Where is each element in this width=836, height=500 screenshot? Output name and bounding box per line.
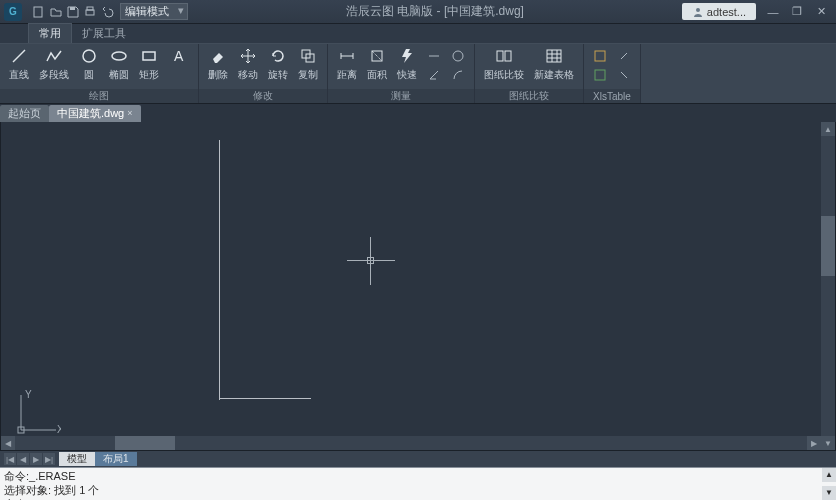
tool-area[interactable]: 面积 bbox=[362, 46, 392, 82]
nav-last-icon[interactable]: ▶| bbox=[43, 453, 55, 465]
dim-radius-icon[interactable] bbox=[449, 47, 467, 65]
dim-angular-icon[interactable] bbox=[425, 66, 443, 84]
rect-icon bbox=[139, 46, 159, 66]
horizontal-scrollbar[interactable]: ◀ ▶ bbox=[1, 436, 821, 450]
ribbon-group-draw: 直线 多段线 圆 椭圆 矩形 A 绘图 bbox=[0, 44, 199, 103]
tool-label: 椭圆 bbox=[109, 68, 129, 82]
xls-unlink-icon[interactable] bbox=[615, 66, 633, 84]
dim-linear-icon[interactable] bbox=[425, 47, 443, 65]
command-line[interactable]: 命令:_.ERASE 选择对象: 找到 1 个 命令: ▲ ▼ bbox=[0, 467, 836, 500]
nav-prev-icon[interactable]: ◀ bbox=[17, 453, 29, 465]
copy-icon bbox=[298, 46, 318, 66]
polyline-icon bbox=[44, 46, 64, 66]
tab-extend[interactable]: 扩展工具 bbox=[72, 24, 136, 43]
tool-label: 快速 bbox=[397, 68, 417, 82]
ribbon-group-compare: 图纸比较 新建表格 图纸比较 bbox=[475, 44, 584, 103]
xls-import-icon[interactable] bbox=[591, 47, 609, 65]
tool-quick[interactable]: 快速 bbox=[392, 46, 422, 82]
nav-first-icon[interactable]: |◀ bbox=[4, 453, 16, 465]
svg-rect-27 bbox=[595, 70, 605, 80]
tool-compare[interactable]: 图纸比较 bbox=[479, 46, 529, 82]
tool-copy[interactable]: 复制 bbox=[293, 46, 323, 82]
xlstable-tools2 bbox=[612, 46, 636, 85]
save-icon[interactable] bbox=[66, 5, 80, 19]
tool-rotate[interactable]: 旋转 bbox=[263, 46, 293, 82]
scroll-right-icon[interactable]: ▶ bbox=[807, 436, 821, 450]
vertical-scrollbar[interactable]: ▲ ▼ bbox=[821, 122, 835, 450]
layout-tabs: |◀ ◀ ▶ ▶| 模型 布局1 bbox=[0, 451, 836, 467]
area-icon bbox=[367, 46, 387, 66]
print-icon[interactable] bbox=[83, 5, 97, 19]
mode-dropdown[interactable]: 编辑模式 bbox=[120, 3, 188, 20]
erase-icon bbox=[208, 46, 228, 66]
restore-button[interactable]: ❐ bbox=[786, 3, 808, 21]
tool-erase[interactable]: 删除 bbox=[203, 46, 233, 82]
user-icon bbox=[692, 6, 704, 18]
scroll-down-icon[interactable]: ▼ bbox=[821, 436, 835, 450]
svg-point-18 bbox=[453, 51, 463, 61]
nav-next-icon[interactable]: ▶ bbox=[30, 453, 42, 465]
svg-rect-3 bbox=[87, 7, 93, 10]
cmd-scroll-down-icon[interactable]: ▼ bbox=[822, 486, 836, 500]
open-icon[interactable] bbox=[49, 5, 63, 19]
compare-icon bbox=[494, 46, 514, 66]
cmd-scroll-up-icon[interactable]: ▲ bbox=[822, 468, 836, 482]
tab-startpage[interactable]: 起始页 bbox=[0, 105, 49, 122]
close-button[interactable]: ✕ bbox=[810, 3, 832, 21]
tool-label: 多段线 bbox=[39, 68, 69, 82]
svg-point-7 bbox=[112, 52, 126, 60]
svg-rect-0 bbox=[34, 7, 42, 17]
svg-rect-8 bbox=[143, 52, 155, 60]
tool-label: 直线 bbox=[9, 68, 29, 82]
close-doc-icon[interactable]: × bbox=[127, 108, 132, 118]
scroll-thumb[interactable] bbox=[115, 436, 175, 450]
drawing-entity bbox=[219, 398, 311, 399]
tool-label: 旋转 bbox=[268, 68, 288, 82]
doc-tab-label: 中国建筑.dwg bbox=[57, 106, 124, 121]
app-icon[interactable]: G bbox=[4, 3, 22, 21]
tool-text[interactable]: A bbox=[164, 46, 194, 68]
tool-line[interactable]: 直线 bbox=[4, 46, 34, 82]
tool-ellipse[interactable]: 椭圆 bbox=[104, 46, 134, 82]
scroll-thumb[interactable] bbox=[821, 216, 835, 276]
tool-newtable[interactable]: 新建表格 bbox=[529, 46, 579, 82]
tab-model[interactable]: 模型 bbox=[59, 452, 95, 466]
dim-arc-icon[interactable] bbox=[449, 66, 467, 84]
xls-export-icon[interactable] bbox=[591, 66, 609, 84]
ucs-y-label: Y bbox=[25, 390, 32, 400]
scroll-left-icon[interactable]: ◀ bbox=[1, 436, 15, 450]
tool-move[interactable]: 移动 bbox=[233, 46, 263, 82]
svg-rect-1 bbox=[70, 7, 75, 10]
quick-access-toolbar bbox=[32, 5, 114, 19]
tool-label: 圆 bbox=[84, 68, 94, 82]
undo-icon[interactable] bbox=[100, 5, 114, 19]
xls-link-icon[interactable] bbox=[615, 47, 633, 65]
scroll-track[interactable] bbox=[821, 276, 835, 436]
tab-layout1[interactable]: 布局1 bbox=[95, 452, 137, 466]
tool-rect[interactable]: 矩形 bbox=[134, 46, 164, 82]
tool-circle[interactable]: 圆 bbox=[74, 46, 104, 82]
measure-small-tools bbox=[422, 46, 446, 85]
tab-document[interactable]: 中国建筑.dwg× bbox=[49, 105, 141, 122]
line-icon bbox=[9, 46, 29, 66]
tool-label: 复制 bbox=[298, 68, 318, 82]
tool-label: 矩形 bbox=[139, 68, 159, 82]
command-history-line: 选择对象: 找到 1 个 bbox=[4, 483, 832, 497]
scroll-track[interactable] bbox=[175, 436, 807, 450]
circle-icon bbox=[79, 46, 99, 66]
tool-label: 图纸比较 bbox=[484, 68, 524, 82]
tool-distance[interactable]: 距离 bbox=[332, 46, 362, 82]
document-tabs: 起始页 中国建筑.dwg× bbox=[0, 104, 836, 122]
minimize-button[interactable]: — bbox=[762, 3, 784, 21]
user-account[interactable]: adtest... bbox=[682, 3, 756, 20]
svg-point-4 bbox=[696, 8, 700, 12]
tool-polyline[interactable]: 多段线 bbox=[34, 46, 74, 82]
ucs-x-label: X bbox=[57, 424, 61, 435]
scroll-up-icon[interactable]: ▲ bbox=[821, 122, 835, 136]
svg-rect-26 bbox=[595, 51, 605, 61]
tab-common[interactable]: 常用 bbox=[28, 23, 72, 43]
user-label: adtest... bbox=[707, 6, 746, 18]
new-icon[interactable] bbox=[32, 5, 46, 19]
drawing-canvas[interactable]: Y X ▲ ▼ ◀ ▶ bbox=[0, 122, 836, 451]
ribbon-group-measure: 距离 面积 快速 测量 bbox=[328, 44, 475, 103]
